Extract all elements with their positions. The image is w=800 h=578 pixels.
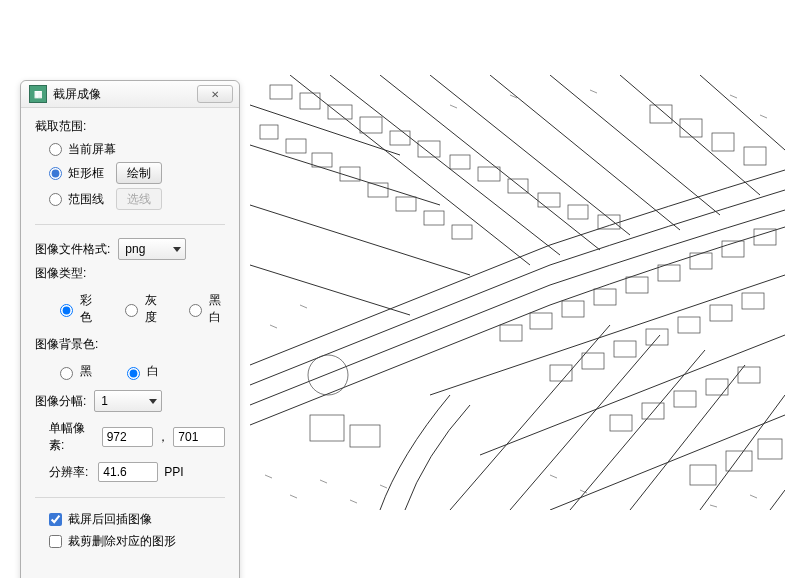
close-button[interactable]: ✕	[197, 85, 233, 103]
image-type-label: 图像类型:	[35, 265, 225, 282]
radio-color[interactable]	[60, 304, 73, 317]
resolution-input[interactable]: 41.6	[98, 462, 158, 482]
select-line-button[interactable]: 选线	[116, 188, 162, 210]
radio-bw-label: 黑白	[209, 292, 225, 326]
height-input[interactable]: 701	[173, 427, 225, 447]
app-icon: ▦	[29, 85, 47, 103]
radio-current-screen[interactable]	[49, 143, 62, 156]
map-canvas	[250, 75, 785, 510]
radio-current-screen-label: 当前屏幕	[68, 141, 116, 158]
dialog-title: 截屏成像	[53, 86, 197, 103]
split-select[interactable]: 1	[94, 390, 162, 412]
screenshot-dialog: ▦ 截屏成像 ✕ 截取范围: 当前屏幕 矩形框 绘制	[20, 80, 240, 578]
capture-range-label: 截取范围:	[35, 118, 225, 135]
file-format-select[interactable]: png	[118, 238, 186, 260]
resolution-label: 分辨率:	[49, 464, 88, 481]
dialog-titlebar: ▦ 截屏成像 ✕	[21, 81, 239, 108]
radio-white[interactable]	[127, 367, 140, 380]
radio-boundary-line[interactable]	[49, 193, 62, 206]
radio-white-label: 白	[147, 363, 159, 380]
svg-rect-0	[250, 75, 785, 510]
radio-rect-box-label: 矩形框	[68, 165, 110, 182]
radio-black-label: 黑	[80, 363, 92, 380]
split-value: 1	[101, 394, 108, 408]
split-label: 图像分幅:	[35, 393, 86, 410]
pixel-size-sep: ，	[157, 429, 169, 446]
radio-boundary-line-label: 范围线	[68, 191, 110, 208]
radio-bw[interactable]	[189, 304, 202, 317]
radio-color-label: 彩色	[80, 292, 96, 326]
radio-rect-box[interactable]	[49, 167, 62, 180]
chevron-down-icon	[173, 247, 181, 252]
close-icon: ✕	[211, 89, 219, 100]
file-format-value: png	[125, 242, 145, 256]
pixel-size-label: 单幅像素:	[49, 420, 98, 454]
checkbox-clip-delete-label: 裁剪删除对应的图形	[68, 533, 176, 550]
checkbox-reinsert[interactable]	[49, 513, 62, 526]
file-format-label: 图像文件格式:	[35, 241, 110, 258]
resolution-unit: PPI	[164, 465, 183, 479]
draw-button[interactable]: 绘制	[116, 162, 162, 184]
bg-color-label: 图像背景色:	[35, 336, 225, 353]
checkbox-reinsert-label: 截屏后回插图像	[68, 511, 152, 528]
radio-gray[interactable]	[125, 304, 138, 317]
radio-black[interactable]	[60, 367, 73, 380]
checkbox-clip-delete[interactable]	[49, 535, 62, 548]
radio-gray-label: 灰度	[145, 292, 161, 326]
width-input[interactable]: 972	[102, 427, 154, 447]
chevron-down-icon	[149, 399, 157, 404]
